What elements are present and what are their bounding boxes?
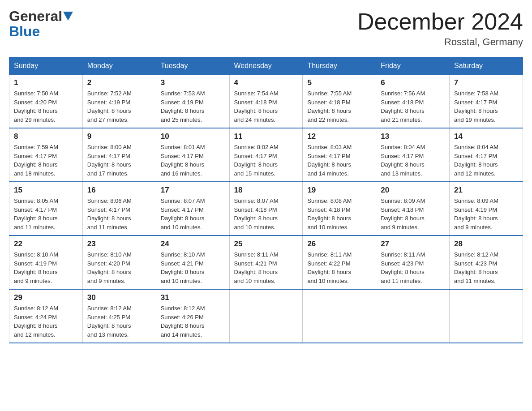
day-info: Sunrise: 8:07 AMSunset: 4:18 PMDaylight:… [234, 197, 298, 231]
col-saturday: Saturday [450, 57, 523, 75]
day-number: 10 [161, 132, 225, 141]
col-tuesday: Tuesday [156, 57, 229, 75]
day-number: 2 [87, 78, 151, 87]
day-info: Sunrise: 8:03 AMSunset: 4:17 PMDaylight:… [307, 143, 371, 178]
calendar-cell: 29Sunrise: 8:12 AMSunset: 4:24 PMDayligh… [9, 289, 83, 343]
day-info: Sunrise: 8:09 AMSunset: 4:19 PMDaylight:… [454, 197, 518, 231]
logo-blue: Blue [9, 24, 40, 39]
week-row-5: 29Sunrise: 8:12 AMSunset: 4:24 PMDayligh… [9, 289, 523, 343]
header-row: Sunday Monday Tuesday Wednesday Thursday… [9, 57, 523, 75]
calendar-cell: 28Sunrise: 8:12 AMSunset: 4:23 PMDayligh… [450, 235, 523, 289]
day-info: Sunrise: 8:02 AMSunset: 4:17 PMDaylight:… [234, 143, 298, 178]
day-info: Sunrise: 8:12 AMSunset: 4:24 PMDaylight:… [14, 304, 78, 339]
day-info: Sunrise: 7:59 AMSunset: 4:17 PMDaylight:… [14, 143, 78, 178]
day-info: Sunrise: 8:12 AMSunset: 4:25 PMDaylight:… [87, 304, 151, 339]
calendar-cell: 1Sunrise: 7:50 AMSunset: 4:20 PMDaylight… [9, 75, 83, 128]
calendar-cell: 8Sunrise: 7:59 AMSunset: 4:17 PMDaylight… [9, 128, 83, 182]
calendar-cell: 2Sunrise: 7:52 AMSunset: 4:19 PMDaylight… [82, 75, 156, 128]
calendar-cell: 25Sunrise: 8:11 AMSunset: 4:21 PMDayligh… [229, 235, 303, 289]
day-number: 26 [307, 240, 371, 248]
day-info: Sunrise: 8:12 AMSunset: 4:26 PMDaylight:… [161, 304, 225, 339]
day-number: 31 [161, 293, 225, 302]
col-friday: Friday [376, 57, 450, 75]
day-info: Sunrise: 8:10 AMSunset: 4:20 PMDaylight:… [87, 250, 151, 285]
calendar-cell: 19Sunrise: 8:08 AMSunset: 4:18 PMDayligh… [303, 182, 376, 235]
calendar-cell: 27Sunrise: 8:11 AMSunset: 4:23 PMDayligh… [376, 235, 450, 289]
month-title: December 2024 [357, 9, 523, 34]
day-number: 23 [87, 240, 151, 248]
day-number: 1 [14, 78, 78, 87]
day-info: Sunrise: 8:10 AMSunset: 4:21 PMDaylight:… [161, 250, 225, 285]
day-info: Sunrise: 8:08 AMSunset: 4:18 PMDaylight:… [307, 197, 371, 231]
calendar-cell: 20Sunrise: 8:09 AMSunset: 4:18 PMDayligh… [376, 182, 450, 235]
calendar-cell: 9Sunrise: 8:00 AMSunset: 4:17 PMDaylight… [82, 128, 156, 182]
day-number: 27 [381, 240, 445, 248]
day-info: Sunrise: 7:53 AMSunset: 4:19 PMDaylight:… [161, 89, 225, 124]
day-info: Sunrise: 7:54 AMSunset: 4:18 PMDaylight:… [234, 89, 298, 124]
calendar-cell: 13Sunrise: 8:04 AMSunset: 4:17 PMDayligh… [376, 128, 450, 182]
calendar-cell: 5Sunrise: 7:55 AMSunset: 4:18 PMDaylight… [303, 75, 376, 128]
day-number: 8 [14, 132, 78, 141]
calendar-cell: 11Sunrise: 8:02 AMSunset: 4:17 PMDayligh… [229, 128, 303, 182]
calendar-cell [376, 289, 450, 343]
day-number: 11 [234, 132, 298, 141]
day-number: 18 [234, 186, 298, 195]
day-info: Sunrise: 7:58 AMSunset: 4:17 PMDaylight:… [454, 89, 518, 124]
week-row-1: 1Sunrise: 7:50 AMSunset: 4:20 PMDaylight… [9, 75, 523, 128]
day-info: Sunrise: 8:09 AMSunset: 4:18 PMDaylight:… [381, 197, 445, 231]
calendar-cell: 24Sunrise: 8:10 AMSunset: 4:21 PMDayligh… [156, 235, 229, 289]
day-info: Sunrise: 8:07 AMSunset: 4:17 PMDaylight:… [161, 197, 225, 231]
day-info: Sunrise: 8:04 AMSunset: 4:17 PMDaylight:… [381, 143, 445, 178]
day-number: 16 [87, 186, 151, 195]
calendar-cell: 22Sunrise: 8:10 AMSunset: 4:19 PMDayligh… [9, 235, 83, 289]
day-info: Sunrise: 8:11 AMSunset: 4:21 PMDaylight:… [234, 250, 298, 285]
title-block: December 2024 Rosstal, Germany [357, 9, 523, 48]
calendar-cell [450, 289, 523, 343]
calendar-cell [303, 289, 376, 343]
calendar-cell: 15Sunrise: 8:05 AMSunset: 4:17 PMDayligh… [9, 182, 83, 235]
day-info: Sunrise: 8:12 AMSunset: 4:23 PMDaylight:… [454, 250, 518, 285]
day-number: 17 [161, 186, 225, 195]
day-number: 4 [234, 78, 298, 87]
day-info: Sunrise: 8:10 AMSunset: 4:19 PMDaylight:… [14, 250, 78, 285]
day-info: Sunrise: 7:55 AMSunset: 4:18 PMDaylight:… [307, 89, 371, 124]
day-info: Sunrise: 8:05 AMSunset: 4:17 PMDaylight:… [14, 197, 78, 231]
calendar-cell: 14Sunrise: 8:04 AMSunset: 4:17 PMDayligh… [450, 128, 523, 182]
page-header: General Blue December 2024 Rosstal, Germ… [9, 9, 523, 48]
day-number: 20 [381, 186, 445, 195]
calendar-cell: 16Sunrise: 8:06 AMSunset: 4:17 PMDayligh… [82, 182, 156, 235]
calendar-cell: 30Sunrise: 8:12 AMSunset: 4:25 PMDayligh… [82, 289, 156, 343]
day-number: 6 [381, 78, 445, 87]
day-info: Sunrise: 8:01 AMSunset: 4:17 PMDaylight:… [161, 143, 225, 178]
day-number: 14 [454, 132, 518, 141]
day-number: 15 [14, 186, 78, 195]
logo-general: General [9, 9, 62, 23]
day-number: 19 [307, 186, 371, 195]
calendar-cell [229, 289, 303, 343]
calendar-cell: 12Sunrise: 8:03 AMSunset: 4:17 PMDayligh… [303, 128, 376, 182]
calendar-cell: 21Sunrise: 8:09 AMSunset: 4:19 PMDayligh… [450, 182, 523, 235]
day-number: 24 [161, 240, 225, 248]
col-wednesday: Wednesday [229, 57, 303, 75]
day-number: 21 [454, 186, 518, 195]
day-number: 5 [307, 78, 371, 87]
day-number: 3 [161, 78, 225, 87]
svg-marker-0 [63, 12, 73, 21]
day-number: 7 [454, 78, 518, 87]
calendar-cell: 23Sunrise: 8:10 AMSunset: 4:20 PMDayligh… [82, 235, 156, 289]
day-info: Sunrise: 8:11 AMSunset: 4:23 PMDaylight:… [381, 250, 445, 285]
col-thursday: Thursday [303, 57, 376, 75]
calendar-cell: 4Sunrise: 7:54 AMSunset: 4:18 PMDaylight… [229, 75, 303, 128]
day-info: Sunrise: 8:00 AMSunset: 4:17 PMDaylight:… [87, 143, 151, 178]
logo-triangle-icon [63, 12, 73, 21]
day-info: Sunrise: 7:50 AMSunset: 4:20 PMDaylight:… [14, 89, 78, 124]
calendar-cell: 3Sunrise: 7:53 AMSunset: 4:19 PMDaylight… [156, 75, 229, 128]
day-number: 29 [14, 293, 78, 302]
calendar-cell: 18Sunrise: 8:07 AMSunset: 4:18 PMDayligh… [229, 182, 303, 235]
day-info: Sunrise: 8:06 AMSunset: 4:17 PMDaylight:… [87, 197, 151, 231]
location: Rosstal, Germany [357, 36, 523, 48]
day-number: 28 [454, 240, 518, 248]
day-number: 30 [87, 293, 151, 302]
logo: General Blue [9, 9, 73, 39]
day-number: 13 [381, 132, 445, 141]
